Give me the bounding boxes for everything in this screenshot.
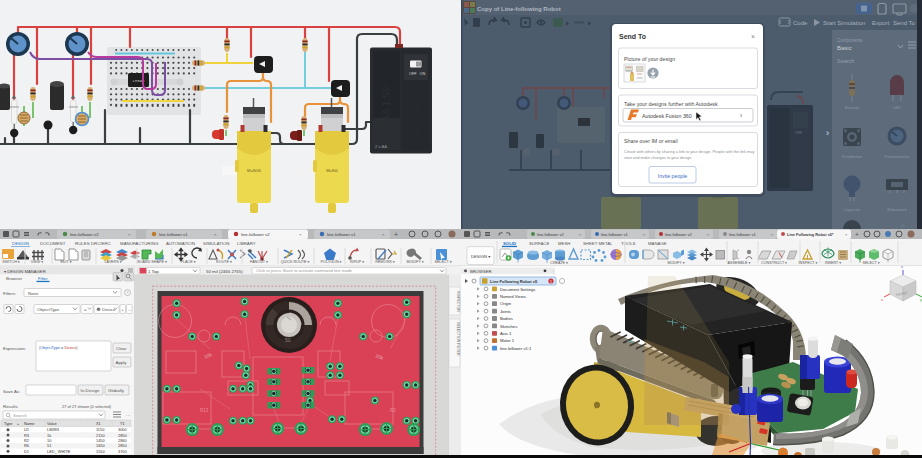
svg-text:LED_ WHITE: LED_ WHITE [47, 449, 71, 454]
svg-text:BOARD SHAPE ▾: BOARD SHAPE ▾ [137, 260, 167, 264]
svg-text:Bodies: Bodies [500, 316, 513, 321]
svg-text:None: None [28, 291, 39, 296]
svg-text:Named Views: Named Views [500, 294, 526, 299]
svg-text:AA 1.5V: AA 1.5V [411, 102, 421, 135]
svg-text:›: › [740, 112, 742, 119]
svg-text:⋯: ⋯ [126, 413, 130, 418]
svg-text:Device: Device [102, 307, 116, 312]
svg-text:PLACE ▾: PLACE ▾ [181, 260, 196, 264]
svg-text:AA 1.5V: AA 1.5V [381, 86, 392, 122]
svg-text:Type: Type [4, 421, 12, 426]
svg-text:SELECTION FILTER: SELECTION FILTER [456, 322, 460, 356]
svg-text:Globally: Globally [108, 388, 125, 393]
svg-text:x: x [881, 297, 883, 302]
svg-text:⌂: ⌂ [901, 222, 905, 228]
svg-text:CREATE ▾: CREATE ▾ [550, 261, 568, 265]
svg-text:Search: Search [13, 413, 27, 418]
svg-text:SELECT ▾: SELECT ▾ [434, 260, 451, 264]
svg-text:DESIGN ▾: DESIGN ▾ [471, 254, 491, 259]
svg-text:50 mil (2466 2765): 50 mil (2466 2765) [206, 269, 243, 274]
svg-text:Filters:: Filters: [3, 291, 16, 296]
svg-text:Line Following Robot v5: Line Following Robot v5 [490, 279, 538, 284]
svg-text:Clear: Clear [116, 346, 127, 351]
svg-text:=: = [84, 307, 87, 312]
svg-text:D1: D1 [24, 449, 29, 454]
svg-text:Save As:: Save As: [3, 389, 20, 394]
svg-text:Browser: Browser [6, 276, 23, 281]
svg-text:R3: R3 [24, 433, 29, 438]
svg-text:1550: 1550 [96, 449, 105, 454]
svg-text:Basic: Basic [837, 45, 852, 51]
svg-text:ON: ON [420, 72, 426, 76]
svg-text:1k: 1k [47, 433, 51, 438]
svg-text:Potentiometer: Potentiometer [885, 154, 911, 159]
svg-text:MANUFACTURING: MANUFACTURING [120, 241, 159, 246]
svg-text:BROWSER: BROWSER [470, 269, 492, 274]
svg-text:view and make changes to your: view and make changes to your design. [624, 155, 692, 160]
svg-text:Results: Results [3, 404, 18, 409]
svg-text:3700: 3700 [118, 449, 127, 454]
svg-text:▴: ▴ [17, 421, 19, 426]
svg-text:line-follower v2: line-follower v2 [665, 232, 692, 237]
svg-text:+: + [855, 231, 859, 238]
svg-text:1150: 1150 [96, 427, 105, 432]
svg-text:Filter: Filter [38, 276, 48, 281]
svg-text:line-follower v1: line-follower v1 [159, 232, 188, 237]
svg-text:Sketches: Sketches [500, 324, 517, 329]
svg-text:QUICK ROUTE ▾: QUICK ROUTE ▾ [281, 260, 310, 264]
svg-text:SIMULATION: SIMULATION [203, 241, 230, 246]
svg-text:X1: X1 [96, 421, 101, 426]
svg-text:Send To: Send To [893, 20, 916, 26]
svg-text:Create with others by sharing: Create with others by sharing a link to … [624, 149, 754, 154]
svg-text:INSPECTOR: INSPECTOR [456, 291, 460, 312]
svg-text:ROUTE ▾: ROUTE ▾ [216, 260, 232, 264]
svg-text:⋮: ⋮ [551, 269, 555, 274]
svg-text:Slideswitch: Slideswitch [887, 207, 907, 212]
svg-text:line-follower v2: line-follower v2 [241, 232, 270, 237]
svg-text:Export: Export [872, 20, 890, 26]
svg-text:Name: Name [24, 421, 34, 426]
svg-text:In-Design: In-Design [81, 388, 100, 393]
svg-text:INSERT ▾: INSERT ▾ [825, 261, 841, 265]
svg-text:51: 51 [47, 443, 51, 448]
svg-text:RIPUP ▾: RIPUP ▾ [350, 260, 364, 264]
svg-text:VIEW ▾: VIEW ▾ [31, 260, 43, 264]
svg-text:CONSTRUCT ▾: CONSTRUCT ▾ [761, 261, 787, 265]
svg-text:+: + [394, 231, 398, 238]
svg-text:U1: U1 [24, 427, 29, 432]
svg-text:LAYERS ▾: LAYERS ▾ [104, 260, 121, 264]
svg-text:50: 50 [285, 337, 291, 343]
svg-text:1: 1 [550, 280, 552, 284]
svg-text:OFF: OFF [795, 131, 802, 135]
svg-text:Components: Components [837, 38, 863, 43]
svg-text:Motor 1: Motor 1 [500, 338, 515, 343]
svg-text:MODIFY ▾: MODIFY ▾ [667, 261, 684, 265]
svg-text:Copy of Line-following Robot: Copy of Line-following Robot [477, 6, 561, 12]
svg-text:MuSt0: MuSt0 [326, 168, 338, 173]
svg-text:2850: 2850 [118, 433, 127, 438]
svg-text:ASSEMBLE ▾: ASSEMBLE ▾ [728, 261, 751, 265]
svg-text:FANOUT ▾: FANOUT ▾ [250, 260, 268, 264]
svg-text:line-follower v1: line-follower v1 [327, 232, 356, 237]
svg-text:(ObjectType = Device): (ObjectType = Device) [39, 345, 78, 350]
svg-text:SELECT ▾: SELECT ▾ [862, 261, 879, 265]
svg-text:Pushbutton: Pushbutton [842, 154, 862, 159]
svg-text:SWITCH ▾: SWITCH ▾ [2, 260, 20, 264]
svg-text:Joints: Joints [500, 309, 511, 314]
svg-text:Apply: Apply [116, 360, 128, 365]
svg-text:Expression:: Expression: [3, 346, 26, 351]
svg-text:line-follower v1: line-follower v1 [729, 232, 756, 237]
svg-text:27 of 27 shown (0 selected): 27 of 27 shown (0 selected) [62, 404, 112, 409]
svg-text:LM393: LM393 [47, 427, 59, 432]
svg-text:R6: R6 [24, 443, 29, 448]
svg-text:POLYGON ▾: POLYGON ▾ [321, 260, 342, 264]
svg-text:▾ DESIGN MANAGER: ▾ DESIGN MANAGER [4, 269, 46, 274]
svg-text:Search: Search [837, 58, 854, 64]
svg-text:DESIGN: DESIGN [12, 241, 29, 246]
svg-text:MuSt56: MuSt56 [247, 168, 262, 173]
svg-text:Y1: Y1 [120, 421, 125, 426]
svg-text:SURFACE: SURFACE [529, 241, 549, 246]
svg-text:TOOLS: TOOLS [621, 241, 636, 246]
svg-text:MESH: MESH [558, 241, 570, 246]
svg-text:DOCUMENT: DOCUMENT [40, 241, 66, 246]
